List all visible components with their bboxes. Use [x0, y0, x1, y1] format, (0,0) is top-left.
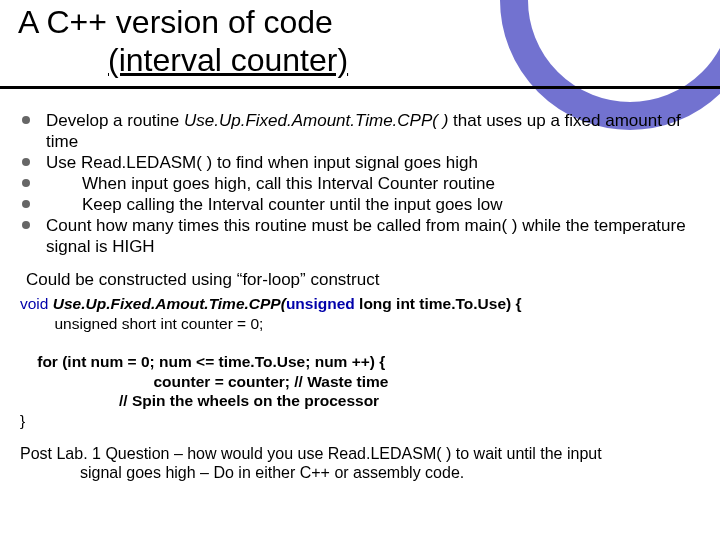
bullet-emphasis: Use.Up.Fixed.Amount.Time.CPP( ): [184, 111, 448, 130]
code-keyword: unsigned: [286, 295, 355, 312]
bullet-text: When input goes high, call this Interval…: [46, 173, 495, 194]
bullet-text: Keep calling the Interval counter until …: [46, 194, 503, 215]
code-line: }: [20, 412, 25, 429]
bullet-text: Count how many times this routine must b…: [46, 216, 686, 256]
code-funcname: Use.Up.Fixed.Amout.Time.CPP(: [53, 295, 286, 312]
bullet-text: Use Read.LEDASM( ) to find when input si…: [46, 153, 478, 172]
list-item: When input goes high, call this Interval…: [20, 173, 700, 194]
list-item: Develop a routine Use.Up.Fixed.Amount.Ti…: [20, 110, 700, 152]
code-line: counter = counter; // Waste time: [20, 373, 388, 390]
list-item: Keep calling the Interval counter until …: [20, 194, 700, 215]
code-line: for (int num = 0; num <= time.To.Use; nu…: [20, 353, 385, 370]
code-line: unsigned short int counter = 0;: [20, 315, 263, 332]
list-item: Count how many times this routine must b…: [20, 215, 700, 257]
code-line: // Spin the wheels on the processor: [20, 392, 379, 409]
slide-body: Develop a routine Use.Up.Fixed.Amount.Ti…: [0, 92, 720, 483]
bullet-text: Develop a routine: [46, 111, 184, 130]
code-keyword: void: [20, 295, 53, 312]
bullet-list: Develop a routine Use.Up.Fixed.Amount.Ti…: [20, 110, 700, 258]
list-item: Use Read.LEDASM( ) to find when input si…: [20, 152, 700, 173]
code-text: long int time.To.Use) {: [355, 295, 522, 312]
code-block: void Use.Up.Fixed.Amout.Time.CPP(unsigne…: [20, 294, 700, 430]
slide-header: A C++ version of code (interval counter): [0, 0, 720, 80]
postlab-line: Post Lab. 1 Question – how would you use…: [20, 445, 602, 462]
paragraph: Could be constructed using “for-loop” co…: [26, 269, 700, 290]
slide-title: A C++ version of code (interval counter): [18, 4, 720, 80]
title-line-1: A C++ version of code: [18, 4, 333, 40]
postlab-line: signal goes high – Do in either C++ or a…: [20, 463, 696, 483]
title-line-2: (interval counter): [108, 42, 348, 80]
postlab-note: Post Lab. 1 Question – how would you use…: [20, 444, 696, 483]
